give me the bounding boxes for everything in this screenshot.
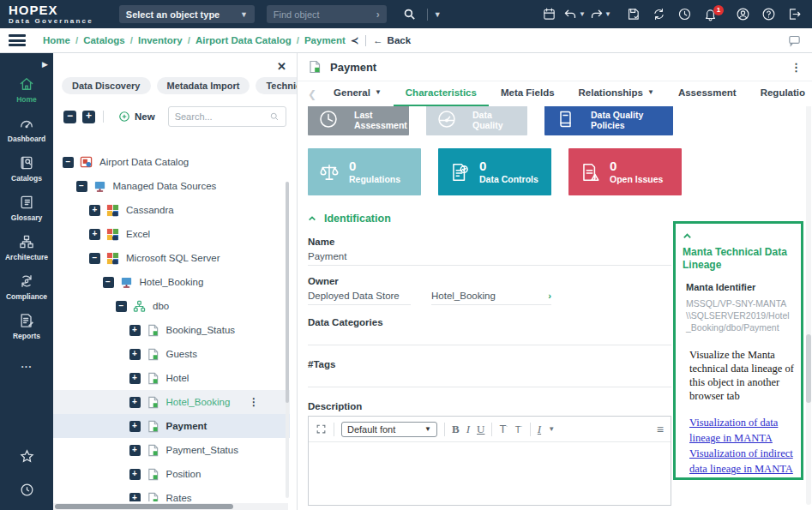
- tab-assessment[interactable]: Assessment: [666, 81, 749, 106]
- italic-icon[interactable]: I: [466, 423, 470, 436]
- expand-icon[interactable]: +: [129, 445, 141, 456]
- new-object-button[interactable]: New: [111, 108, 162, 125]
- manta-lineage-link[interactable]: Visualization of data lineage in MANTA: [689, 417, 778, 444]
- close-icon[interactable]: ✕: [277, 60, 286, 73]
- tab-meta-fields[interactable]: Meta Fields: [489, 81, 567, 106]
- fullscreen-icon[interactable]: [316, 423, 327, 435]
- card-open-issues[interactable]: 0Open Issues: [568, 148, 682, 195]
- tree-node-hotel_booking[interactable]: +Hotel_Booking⋮: [53, 390, 290, 414]
- tree-node-managed-data-sources[interactable]: −Managed Data Sources: [53, 174, 290, 198]
- undo-icon[interactable]: ▼: [563, 4, 586, 25]
- tree-tab-technical-data[interactable]: Technical Data: [256, 77, 298, 94]
- navigate-chevron-icon[interactable]: ›: [548, 291, 551, 301]
- tab-general[interactable]: General▼: [322, 81, 394, 106]
- tree-node-excel[interactable]: +Excel: [53, 222, 290, 246]
- editor-menu-icon[interactable]: ≡: [657, 423, 664, 436]
- collapse-all-button[interactable]: −: [63, 111, 76, 123]
- notifications-icon[interactable]: 1: [699, 4, 721, 25]
- save-icon[interactable]: [622, 4, 644, 25]
- description-textarea[interactable]: [309, 442, 671, 505]
- node-menu-kebab-icon[interactable]: ⋮: [249, 396, 259, 408]
- breadcrumb-item[interactable]: Payment: [304, 35, 346, 45]
- expand-icon[interactable]: +: [129, 373, 141, 384]
- sidebar-item-reports[interactable]: Reports: [0, 312, 53, 340]
- tree-node-microsoft-sql-server[interactable]: −Microsoft SQL Server: [53, 246, 290, 270]
- card-data-quality[interactable]: Data Quality: [426, 106, 527, 135]
- tree-node-payment[interactable]: +Payment: [53, 414, 290, 438]
- tree-node-rates[interactable]: +Rates: [53, 486, 290, 501]
- card-regulations[interactable]: 0Regulations: [308, 148, 421, 195]
- name-value[interactable]: Payment: [308, 251, 671, 266]
- font-family-select[interactable]: Default font ▼: [341, 422, 437, 437]
- expand-icon[interactable]: +: [129, 349, 141, 360]
- tree-tab-metadata-import[interactable]: Metadata Import: [157, 77, 250, 94]
- bold-icon[interactable]: B: [452, 423, 460, 436]
- tree-tab-data-discovery[interactable]: Data Discovery: [62, 77, 151, 94]
- expand-all-button[interactable]: +: [82, 111, 95, 123]
- account-icon[interactable]: [731, 4, 754, 25]
- underline-icon[interactable]: U: [477, 423, 484, 436]
- tab-relationships[interactable]: Relationships▼: [567, 81, 666, 106]
- tree-vertical-scrollbar[interactable]: [286, 182, 289, 498]
- tab-characteristics[interactable]: Characteristics: [394, 81, 489, 106]
- card-data-controls[interactable]: 0Data Controls: [438, 148, 551, 195]
- data-categories-value[interactable]: [308, 332, 671, 345]
- tree-node-booking_status[interactable]: +Booking_Status: [53, 318, 290, 342]
- expand-icon[interactable]: +: [129, 493, 141, 502]
- menu-hamburger-icon[interactable]: [9, 34, 26, 46]
- logout-icon[interactable]: [783, 4, 805, 25]
- expand-icon[interactable]: +: [89, 229, 100, 240]
- back-button[interactable]: ←Back: [373, 35, 411, 45]
- tree-node-hotel[interactable]: +Hotel: [53, 366, 290, 390]
- breadcrumb-item[interactable]: Airport Data Catalog: [195, 35, 292, 45]
- search-options-chevron-icon[interactable]: ▼: [434, 10, 442, 19]
- breadcrumb-collapse-icon[interactable]: ≺: [351, 35, 358, 46]
- collapse-icon[interactable]: −: [76, 181, 87, 192]
- manta-lineage-link[interactable]: Visualization of indirect data lineage i…: [689, 447, 793, 475]
- expand-icon[interactable]: +: [129, 421, 141, 432]
- tab-regulatio[interactable]: Regulatio: [749, 81, 812, 106]
- identification-section-header[interactable]: Identification: [308, 213, 671, 225]
- sidebar-item-glossary[interactable]: Glossary: [0, 194, 53, 222]
- object-type-dropdown[interactable]: Select an object type ▼: [119, 5, 255, 23]
- sidebar-more-button[interactable]: ...: [21, 358, 32, 370]
- tree-node-airport-data-catalog[interactable]: −Airport Data Catalog: [53, 150, 290, 174]
- collapse-icon[interactable]: −: [103, 277, 114, 288]
- tree-node-cassandra[interactable]: +Cassandra: [53, 198, 290, 222]
- sidebar-item-compliance[interactable]: Compliance: [0, 273, 53, 301]
- card-last-assessment[interactable]: Last Assessment: [308, 106, 409, 135]
- collapse-chevron-icon[interactable]: [683, 229, 794, 244]
- main-vertical-scrollbar[interactable]: [806, 106, 811, 505]
- tree-horizontal-scrollbar[interactable]: [53, 503, 288, 510]
- sidebar-item-dashboard[interactable]: Dashboard: [0, 115, 53, 143]
- calendar-icon[interactable]: [538, 4, 560, 25]
- comment-icon[interactable]: [787, 33, 802, 48]
- tree-node-payment_status[interactable]: +Payment_Status: [53, 438, 290, 462]
- sidebar-item-architecture[interactable]: Architecture: [0, 233, 53, 261]
- tabs-scroll-left-icon[interactable]: ❮: [303, 88, 322, 100]
- breadcrumb-item[interactable]: Inventory: [138, 35, 183, 45]
- expand-icon[interactable]: +: [129, 469, 141, 480]
- breadcrumb-item[interactable]: Home: [43, 35, 70, 45]
- expand-icon[interactable]: +: [129, 397, 141, 408]
- refresh-icon[interactable]: [647, 4, 670, 25]
- search-icon[interactable]: [399, 4, 421, 25]
- deployed-data-store-value[interactable]: Hotel_Booking ›: [431, 291, 551, 305]
- tree-node-hotel_booking[interactable]: −Hotel_Booking: [53, 270, 290, 294]
- tree-search-input[interactable]: Search...: [168, 106, 286, 127]
- object-menu-kebab-icon[interactable]: ⋮: [791, 61, 802, 74]
- expand-icon[interactable]: +: [129, 325, 141, 336]
- sidebar-item-home[interactable]: Home: [0, 75, 53, 104]
- find-object-input[interactable]: Find object ›: [267, 5, 387, 23]
- collapse-icon[interactable]: −: [116, 301, 127, 312]
- sidebar-expand-icon[interactable]: ▶: [42, 60, 48, 69]
- collapse-icon[interactable]: −: [63, 157, 74, 168]
- tags-value[interactable]: [308, 374, 671, 387]
- history-icon[interactable]: [673, 4, 695, 25]
- superscript-icon[interactable]: T˙: [499, 423, 508, 435]
- redo-icon[interactable]: ▼: [589, 4, 611, 25]
- tree-node-position[interactable]: +Position: [53, 462, 290, 486]
- card-data-quality-policies[interactable]: Data Quality Policies: [544, 106, 673, 135]
- recent-history-icon[interactable]: [19, 482, 35, 501]
- help-icon[interactable]: [757, 4, 779, 25]
